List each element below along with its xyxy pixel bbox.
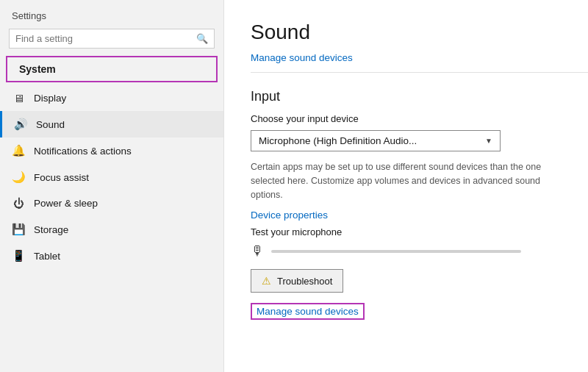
input-device-label: Choose your input device: [251, 113, 562, 124]
search-box[interactable]: 🔍: [9, 29, 215, 49]
device-properties-link[interactable]: Device properties: [251, 210, 328, 221]
sidebar-item-label-display: Display: [34, 93, 66, 104]
input-device-value: Microphone (High Definition Audio...: [259, 135, 417, 146]
sidebar-item-focus[interactable]: 🌙 Focus assist: [0, 164, 223, 190]
sidebar-item-label-focus: Focus assist: [34, 172, 89, 183]
mic-level-bar: [271, 250, 521, 253]
display-icon: 🖥: [12, 92, 25, 104]
warning-icon: ⚠: [262, 275, 271, 287]
main-content: Sound Manage sound devices Input Choose …: [224, 0, 588, 372]
chevron-down-icon: ▼: [485, 137, 492, 145]
sidebar-item-display[interactable]: 🖥 Display: [0, 85, 223, 111]
sidebar-item-power[interactable]: ⏻ Power & sleep: [0, 190, 223, 216]
microphone-icon: 🎙: [251, 243, 264, 259]
manage-sound-devices-link-top[interactable]: Manage sound devices: [251, 52, 353, 63]
mic-test-label: Test your microphone: [251, 226, 562, 237]
input-section-title: Input: [251, 89, 562, 104]
app-title: Settings: [0, 6, 223, 29]
page-title: Sound: [251, 21, 562, 44]
notifications-icon: 🔔: [12, 144, 25, 157]
divider-1: [251, 72, 588, 73]
storage-icon: 💾: [12, 223, 25, 236]
input-info-text: Certain apps may be set up to use differ…: [251, 160, 562, 201]
sidebar-item-label-notifications: Notifications & actions: [34, 146, 132, 157]
power-icon: ⏻: [12, 197, 25, 210]
sidebar-item-tablet[interactable]: 📱 Tablet: [0, 243, 223, 269]
sidebar-item-label-sound: Sound: [36, 119, 65, 130]
search-icon: 🔍: [196, 33, 208, 44]
input-device-dropdown[interactable]: Microphone (High Definition Audio... ▼: [251, 130, 501, 151]
sidebar-item-system[interactable]: System: [6, 56, 218, 82]
sidebar-item-sound[interactable]: 🔊 Sound: [0, 111, 223, 137]
manage-sound-devices-link-bottom[interactable]: Manage sound devices: [251, 303, 365, 320]
sidebar-item-label-power: Power & sleep: [34, 198, 98, 209]
mic-test-row: 🎙: [251, 243, 562, 259]
sidebar: Settings 🔍 System 🖥 Display 🔊 Sound 🔔 No…: [0, 0, 224, 372]
sidebar-item-label-tablet: Tablet: [34, 251, 60, 262]
tablet-icon: 📱: [12, 249, 25, 262]
nav-list: 🖥 Display 🔊 Sound 🔔 Notifications & acti…: [0, 85, 223, 269]
search-input[interactable]: [15, 33, 196, 44]
troubleshoot-button[interactable]: ⚠ Troubleshoot: [251, 269, 343, 293]
sidebar-item-storage[interactable]: 💾 Storage: [0, 216, 223, 243]
sidebar-item-label-storage: Storage: [34, 224, 68, 235]
sidebar-item-notifications[interactable]: 🔔 Notifications & actions: [0, 137, 223, 164]
sound-icon: 🔊: [14, 118, 27, 131]
focus-icon: 🌙: [12, 171, 25, 184]
troubleshoot-label: Troubleshoot: [277, 276, 332, 287]
